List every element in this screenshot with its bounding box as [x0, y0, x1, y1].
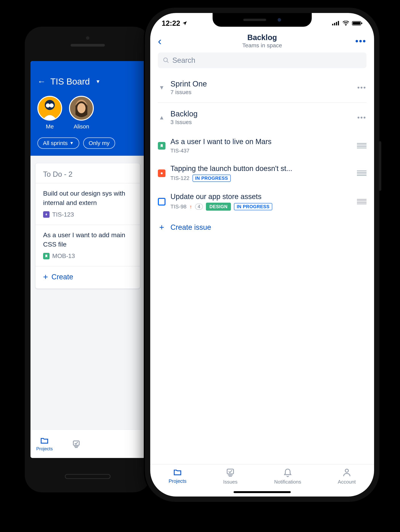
drag-handle-icon[interactable] — [356, 171, 366, 176]
section-title: Sprint One — [170, 80, 352, 88]
android-camera-dot — [86, 36, 89, 40]
svg-rect-10 — [336, 22, 337, 25]
android-screen: ← TIS Board ▼ Me Alison — [31, 61, 145, 458]
battery-icon — [352, 21, 363, 26]
issue-type-epic-icon — [43, 211, 49, 218]
svg-rect-19 — [227, 469, 233, 474]
search-input[interactable]: Search — [158, 52, 366, 68]
tab-notifications[interactable]: Notifications — [274, 468, 301, 485]
avatar-me[interactable]: Me — [37, 96, 62, 130]
page-subtitle: Teams in space — [169, 42, 355, 49]
iphone-side-button — [379, 141, 381, 191]
issue-key: TIS-98 — [170, 204, 186, 210]
avatar-label: Me — [46, 123, 54, 130]
section-more-button[interactable]: ••• — [357, 114, 366, 121]
svg-rect-11 — [338, 21, 339, 25]
issues-icon — [226, 468, 235, 477]
board-picker-caret-icon[interactable]: ▼ — [96, 79, 100, 84]
status-badge: IN PROGRESS — [193, 175, 231, 182]
svg-point-1 — [46, 103, 50, 108]
section-more-button[interactable]: ••• — [357, 84, 366, 91]
filter-label: All sprints — [43, 140, 68, 146]
tab-label: Projects — [36, 446, 53, 451]
issue-summary: As a user I want to live on Mars — [170, 138, 351, 146]
issue-row[interactable]: Update our app store assets TIS-98 ↑ 4 D… — [158, 187, 366, 216]
issue-card[interactable]: As a user I want to add main CSS file MO… — [36, 225, 140, 266]
tab-issues[interactable] — [72, 439, 81, 448]
create-issue-label: Create issue — [170, 223, 211, 231]
svg-point-2 — [49, 103, 54, 108]
issue-key: MOB-13 — [52, 253, 75, 260]
bell-icon — [283, 468, 292, 477]
plus-icon: + — [43, 272, 48, 282]
issue-row[interactable]: As a user I want to live on Mars TIS-437 — [158, 132, 366, 159]
issue-type-story-icon — [158, 142, 166, 150]
person-icon — [342, 468, 351, 477]
status-badge: IN PROGRESS — [234, 203, 272, 210]
page-title: Backlog — [169, 33, 355, 42]
board-title[interactable]: TIS Board — [50, 76, 90, 87]
issue-summary: As a user I want to add main CSS file — [43, 230, 132, 249]
issue-card[interactable]: Build out our design sys with internal a… — [36, 183, 140, 225]
avatar-icon — [37, 96, 62, 120]
issue-row[interactable]: Tapping the launch button doesn't st... … — [158, 159, 366, 187]
cellular-icon — [332, 21, 340, 26]
chevron-down-icon: ▼ — [158, 84, 166, 91]
drag-handle-icon[interactable] — [356, 199, 366, 204]
iphone-device-frame: 12:22 ‹ Backlog Teams in space ••• Searc… — [145, 8, 379, 502]
filter-all-sprints[interactable]: All sprints ▼ — [37, 137, 79, 149]
tab-label: Projects — [169, 478, 186, 484]
back-arrow-icon[interactable]: ← — [37, 77, 46, 86]
svg-rect-15 — [361, 23, 362, 24]
issue-type-story-icon — [43, 253, 49, 259]
column-title: To Do - 2 — [36, 163, 140, 183]
board-header: ← TIS Board ▼ Me Alison — [31, 61, 145, 156]
android-speaker — [71, 44, 105, 47]
tab-projects[interactable]: Projects — [169, 468, 186, 484]
tab-account[interactable]: Account — [338, 468, 356, 485]
issue-key: TIS-437 — [170, 148, 190, 154]
svg-point-12 — [345, 25, 346, 26]
plus-icon: + — [158, 222, 166, 232]
tab-label: Account — [338, 479, 356, 485]
nav-more-button[interactable]: ••• — [355, 36, 366, 46]
svg-rect-9 — [334, 23, 335, 25]
folder-icon — [173, 468, 182, 477]
section-count: 7 issues — [170, 89, 352, 95]
filter-only-my[interactable]: Only my — [83, 137, 115, 149]
issue-summary: Update our app store assets — [170, 193, 351, 201]
wifi-icon — [342, 21, 349, 26]
status-time: 12:22 — [162, 19, 180, 27]
navigation-bar: ‹ Backlog Teams in space ••• — [150, 32, 374, 52]
issue-type-task-icon — [158, 198, 166, 205]
epic-badge: DESIGN — [206, 203, 231, 211]
tab-label: Issues — [223, 479, 237, 485]
home-indicator[interactable] — [234, 491, 291, 493]
svg-line-17 — [167, 61, 169, 63]
tab-projects[interactable]: Projects — [36, 436, 53, 451]
priority-high-icon: ↑ — [190, 204, 192, 210]
svg-point-4 — [77, 103, 86, 113]
search-placeholder: Search — [172, 56, 195, 64]
iphone-notch — [213, 13, 312, 27]
create-issue-button[interactable]: + Create issue — [158, 216, 366, 239]
create-card-button[interactable]: + Create — [36, 266, 140, 289]
filter-label: Only my — [89, 140, 110, 146]
avatar-label: Alison — [74, 123, 89, 130]
avatar-alison[interactable]: Alison — [69, 96, 94, 130]
backlog-list: ▼ Sprint One 7 issues ••• ▲ Backlog 3 Is… — [150, 73, 374, 464]
section-backlog[interactable]: ▲ Backlog 3 Issues ••• — [158, 103, 366, 132]
avatar-icon — [69, 96, 94, 120]
svg-point-18 — [161, 172, 163, 174]
svg-point-22 — [345, 469, 348, 472]
svg-rect-5 — [73, 441, 79, 445]
nav-back-button[interactable]: ‹ — [158, 35, 169, 47]
drag-handle-icon[interactable] — [356, 143, 366, 148]
tab-issues[interactable]: Issues — [223, 468, 237, 485]
tab-label: Notifications — [274, 479, 301, 485]
section-title: Backlog — [170, 109, 352, 118]
column-todo: To Do - 2 Build out our design sys with … — [36, 163, 140, 289]
notch-camera-icon — [278, 18, 281, 22]
issue-summary: Tapping the launch button doesn't st... — [170, 165, 351, 173]
section-sprint-one[interactable]: ▼ Sprint One 7 issues ••• — [158, 73, 366, 103]
